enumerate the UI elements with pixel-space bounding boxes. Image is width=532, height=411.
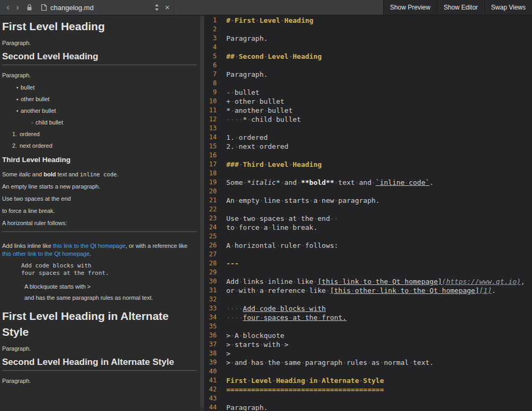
forward-button[interactable]: › (13, 1, 22, 14)
preview-h1: First Level Heading (2, 19, 197, 34)
code-line[interactable]: First·Level·Heading·in·Alternate·Style (226, 376, 532, 385)
view-buttons-group: Show Preview Show Editor Swap Views (383, 0, 532, 15)
line-number: 34 (205, 313, 217, 322)
document-icon (41, 4, 47, 11)
link[interactable]: this other link to the Qt homepage (2, 251, 90, 257)
code-line[interactable] (226, 169, 532, 178)
list-marker: ▪ (16, 95, 19, 103)
code-line[interactable]: 1.·ordered (226, 133, 532, 142)
code-line[interactable]: +·other·bullet (226, 97, 532, 106)
text-run: text and (56, 171, 80, 177)
text-run: inline code (80, 171, 117, 177)
back-button[interactable]: ‹ (3, 1, 13, 14)
line-number: 22 (205, 205, 217, 214)
line-number: 4 (205, 43, 217, 52)
close-icon[interactable]: × (165, 1, 170, 14)
swap-views-button[interactable]: Swap Views (484, 0, 532, 15)
split-arrows-icon (154, 4, 159, 11)
lock-button[interactable] (26, 4, 32, 11)
text-run: italic (19, 171, 31, 177)
scrollbar-thumb[interactable] (200, 16, 204, 408)
code-line[interactable]: --- (226, 259, 532, 268)
line-number: 26 (205, 241, 217, 250)
preview-h2: Second Level Heading in Alternate Style (2, 357, 197, 371)
code-line[interactable]: Use·two·spaces·at·the·end·· (226, 214, 532, 223)
line-number: 2 (205, 25, 217, 34)
code-line[interactable] (226, 205, 532, 214)
horizontal-rule (2, 231, 197, 232)
line-number: 24 (205, 223, 217, 232)
code-line[interactable]: Some·*italic*·and·**bold**·text·and·`inl… (226, 178, 532, 187)
line-number: 40 (205, 367, 217, 376)
code-line[interactable]: > (226, 349, 532, 358)
text-run: Some (2, 171, 19, 177)
code-line[interactable]: ····*·child·bullet (226, 115, 532, 124)
editor-code[interactable]: #·First·Level·HeadingParagraph.##·Second… (217, 15, 532, 411)
line-number: 44 (205, 403, 217, 411)
code-line[interactable] (226, 151, 532, 160)
code-line[interactable] (226, 124, 532, 133)
code-line[interactable]: A·horizontal·ruler·follows: (226, 241, 532, 250)
code-line[interactable] (226, 79, 532, 88)
preview-paragraph: Add links inline like this link to the Q… (2, 242, 197, 258)
code-line[interactable]: #·First·Level·Heading (226, 16, 532, 25)
line-number: 41 (205, 376, 217, 385)
file-tab[interactable]: changelog.md (41, 4, 94, 12)
code-line[interactable]: 2.·next·ordered (226, 142, 532, 151)
split-view-button[interactable] (154, 4, 159, 11)
line-number: 21 (205, 196, 217, 205)
preview-paragraph: Use two spaces at the end (2, 195, 197, 203)
preview-list: •bullet▪other bullet•another bullet◦chil… (2, 84, 197, 127)
code-line[interactable]: ====================================== (226, 385, 532, 394)
show-editor-button[interactable]: Show Editor (437, 0, 484, 15)
code-line[interactable]: ····Add·code·blocks·with (226, 304, 532, 313)
preview-scrollbar[interactable] (200, 15, 205, 411)
code-line[interactable]: >·starts·with·> (226, 340, 532, 349)
line-number: 18 (205, 169, 217, 178)
code-line[interactable] (226, 295, 532, 304)
code-line[interactable]: -·bullet (226, 88, 532, 97)
code-line[interactable] (226, 394, 532, 403)
code-line[interactable]: ###·Third·Level·Heading (226, 160, 532, 169)
preview-list: 1.ordered2.next ordered (2, 130, 197, 150)
code-line[interactable] (226, 43, 532, 52)
code-line[interactable]: Paragraph. (226, 403, 532, 411)
code-line[interactable]: Add·links·inline·like·[this·link·to·the·… (226, 277, 532, 286)
preview-h2: Second Level Heading (2, 51, 197, 65)
code-line[interactable] (226, 232, 532, 241)
editor-pane[interactable]: 1234567891011121314151617181920212223242… (205, 15, 532, 411)
list-item: 2.next ordered (2, 142, 197, 150)
line-number: 1 (205, 16, 217, 25)
code-line[interactable]: ##·Second·Level·Heading (226, 52, 532, 61)
line-number: 15 (205, 142, 217, 151)
code-line[interactable] (226, 61, 532, 70)
code-line[interactable]: ····four·spaces·at·the·front. (226, 313, 532, 322)
code-line[interactable] (226, 367, 532, 376)
code-line[interactable]: to·force·a·line·break. (226, 223, 532, 232)
preview-paragraph: Paragraph. (2, 377, 197, 385)
code-line[interactable]: Paragraph. (226, 70, 532, 79)
code-line[interactable] (226, 25, 532, 34)
code-line[interactable] (226, 268, 532, 277)
preview-blockquote: A blockquote starts with >and has the sa… (24, 283, 197, 302)
code-line[interactable]: Paragraph. (226, 34, 532, 43)
code-line[interactable] (226, 250, 532, 259)
line-number: 38 (205, 349, 217, 358)
code-line[interactable]: An·empty·line·starts·a·new·paragraph. (226, 196, 532, 205)
line-number: 19 (205, 178, 217, 187)
list-marker: 2. (12, 142, 17, 150)
link[interactable]: this link to the Qt homepage (53, 243, 126, 249)
code-line[interactable]: *·another·bullet (226, 106, 532, 115)
code-line[interactable]: >·and·has·the·same·paragraph·rules·as·no… (226, 358, 532, 367)
code-line[interactable]: >·A·blockquote (226, 331, 532, 340)
preview-paragraph: Some italic and bold text and inline cod… (2, 171, 197, 178)
text-run: . (117, 171, 118, 177)
show-preview-button[interactable]: Show Preview (383, 0, 437, 15)
code-line[interactable] (226, 322, 532, 331)
list-item: •another bullet (2, 107, 197, 115)
code-line[interactable] (226, 187, 532, 196)
line-number: 13 (205, 124, 217, 133)
line-number: 8 (205, 79, 217, 88)
code-line[interactable]: or·with·a·reference·like·[this·other·lin… (226, 286, 532, 295)
preview-paragraph: A horizontal ruler follows: (2, 219, 197, 227)
